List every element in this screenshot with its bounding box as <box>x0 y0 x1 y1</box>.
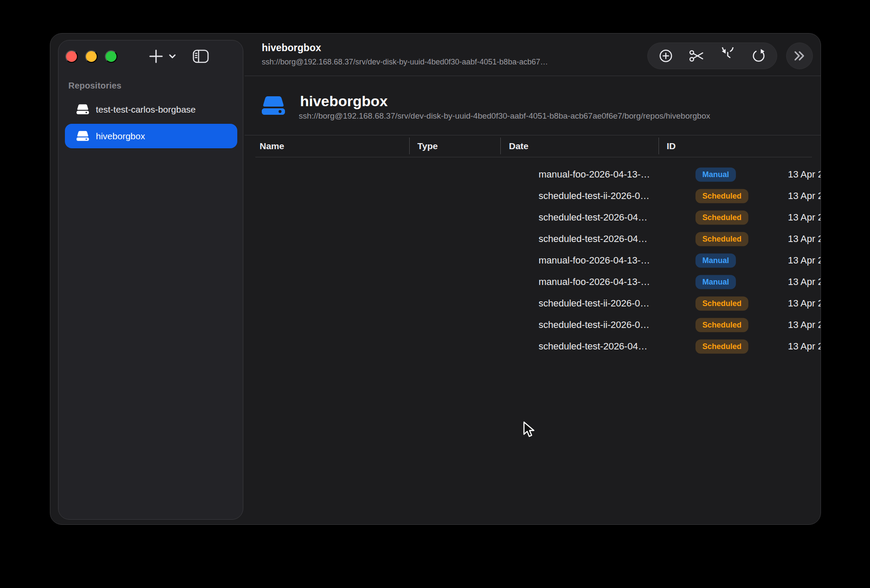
sidebar-item-test-test-carlos-borgbase[interactable]: test-test-carlos-borgbase <box>65 97 237 122</box>
sidebar-item-label: hiveborgbox <box>96 131 145 141</box>
empty-row <box>254 419 812 440</box>
external-drive-icon <box>76 104 89 115</box>
empty-row <box>254 481 812 502</box>
archive-date: 13 Apr 2026 at 16:49 <box>788 319 821 331</box>
archive-type-badge: Scheduled <box>695 189 748 203</box>
archive-type-badge: Scheduled <box>695 318 748 332</box>
archive-type-badge: Manual <box>695 254 736 268</box>
column-divider <box>500 138 501 154</box>
minimize-window-button[interactable] <box>85 50 98 63</box>
archive-type-badge: Scheduled <box>695 211 748 225</box>
repository-url: ssh://borg@192.168.68.37/srv/dev-disk-by… <box>299 111 710 121</box>
archive-list: manual-foo-2026-04-13-… Manual 13 Apr 20… <box>254 164 812 525</box>
archive-row[interactable]: scheduled-test-ii-2026-0… Scheduled 13 A… <box>254 185 812 207</box>
main-content: hiveborgbox ssh://borg@192.168.68.37/srv… <box>243 34 821 524</box>
empty-row <box>254 460 812 481</box>
repository-title: hiveborgbox <box>300 93 388 110</box>
prune-button[interactable] <box>684 44 710 68</box>
archive-date: 13 Apr 2026 at 17:00 <box>788 233 821 245</box>
sidebar-panel: Repositories test-test-carlos-borgbase <box>58 40 243 520</box>
archive-name: manual-foo-2026-04-13-… <box>539 255 650 266</box>
table-header-divider <box>255 157 812 157</box>
archive-name: scheduled-test-ii-2026-0… <box>539 190 649 202</box>
archive-name: scheduled-test-2026-04… <box>539 341 647 352</box>
archive-row[interactable]: manual-foo-2026-04-13-… Manual 13 Apr 20… <box>254 250 812 271</box>
empty-row <box>254 398 812 419</box>
archive-date: 13 Apr 2026 at 17:04 <box>788 190 821 202</box>
toolbar-title: hiveborgbox <box>262 42 321 54</box>
archive-date: 13 Apr 2026 at 16:54 <box>788 276 821 288</box>
archive-date: 13 Apr 2026 at 17:03 <box>788 212 821 223</box>
archive-row[interactable]: scheduled-test-2026-04… Scheduled 13 Apr… <box>254 336 812 357</box>
column-header-date[interactable]: Date <box>509 135 529 157</box>
mount-history-button[interactable] <box>715 44 741 68</box>
archive-row[interactable]: manual-foo-2026-04-13-… Manual 13 Apr 20… <box>254 164 812 185</box>
archive-type-badge: Manual <box>695 275 736 289</box>
archive-row[interactable]: scheduled-test-ii-2026-0… Scheduled 13 A… <box>254 314 812 336</box>
archive-type-badge: Scheduled <box>695 340 748 354</box>
toolbar-divider <box>245 76 821 76</box>
sidebar-item-label: test-test-carlos-borgbase <box>96 104 196 115</box>
app-window: Repositories test-test-carlos-borgbase <box>50 33 821 525</box>
sidebar-toggle-icon <box>192 49 209 64</box>
external-drive-icon-large <box>261 95 286 116</box>
chevron-down-icon <box>168 52 177 61</box>
column-divider <box>409 138 410 154</box>
add-archive-button[interactable] <box>653 44 679 68</box>
archive-name: scheduled-test-2026-04… <box>539 233 647 245</box>
archive-name: manual-foo-2026-04-13-… <box>539 276 650 288</box>
table-header: Name Type Date ID <box>254 135 812 157</box>
column-header-id[interactable]: ID <box>667 135 676 157</box>
empty-row <box>254 522 812 525</box>
column-header-type[interactable]: Type <box>417 135 438 157</box>
archive-type-badge: Manual <box>695 168 736 182</box>
archive-name: scheduled-test-2026-04… <box>539 212 647 223</box>
column-divider <box>659 138 659 154</box>
sidebar-item-hiveborgbox[interactable]: hiveborgbox <box>65 124 237 148</box>
refresh-button[interactable] <box>746 44 772 68</box>
desktop: Repositories test-test-carlos-borgbase <box>0 0 870 588</box>
toolbar-actions <box>647 43 777 69</box>
archive-name: scheduled-test-ii-2026-0… <box>539 319 649 331</box>
toggle-sidebar-button[interactable] <box>190 47 212 65</box>
archive-row[interactable]: scheduled-test-ii-2026-0… Scheduled 13 A… <box>254 293 812 314</box>
chevron-double-right-icon <box>792 49 807 62</box>
archive-row[interactable]: manual-foo-2026-04-13-… Manual 13 Apr 20… <box>254 271 812 293</box>
archive-date: 13 Apr 2026 at 16:45 <box>788 341 821 352</box>
toolbar-overflow-button[interactable] <box>786 43 813 69</box>
archive-name: manual-foo-2026-04-13-… <box>539 169 650 180</box>
archive-date: 13 Apr 2026 at 16:54 <box>788 298 821 309</box>
empty-row <box>254 440 812 460</box>
refresh-icon <box>750 47 767 64</box>
archive-type-badge: Scheduled <box>695 297 748 311</box>
toolbar-subtitle: ssh://borg@192.168.68.37/srv/dev-disk-by… <box>262 58 640 67</box>
archive-type-badge: Scheduled <box>695 232 748 246</box>
window-controls <box>65 50 117 63</box>
column-header-name[interactable]: Name <box>260 135 284 157</box>
empty-row <box>254 357 812 378</box>
archive-date: 13 Apr 2026 at 18:04 <box>788 169 821 180</box>
empty-row <box>254 502 812 522</box>
zoom-window-button[interactable] <box>105 50 117 63</box>
add-repository-button[interactable] <box>142 46 182 66</box>
empty-row <box>254 378 812 398</box>
plus-icon <box>147 48 165 65</box>
archive-date: 13 Apr 2026 at 16:58 <box>788 255 821 266</box>
repositories-section-label: Repositories <box>68 81 122 91</box>
plus-circle-icon <box>658 48 674 64</box>
archive-row[interactable]: scheduled-test-2026-04… Scheduled 13 Apr… <box>254 207 812 228</box>
archive-row[interactable]: scheduled-test-2026-04… Scheduled 13 Apr… <box>254 228 812 250</box>
archive-name: scheduled-test-ii-2026-0… <box>539 298 649 309</box>
external-drive-icon <box>76 130 89 142</box>
clock-history-icon <box>719 47 736 64</box>
scissors-icon <box>688 48 705 64</box>
close-window-button[interactable] <box>65 50 78 63</box>
